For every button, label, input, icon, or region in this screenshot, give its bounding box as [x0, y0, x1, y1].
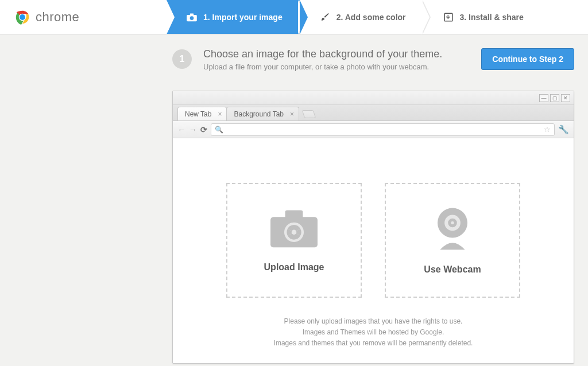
tab-close-icon[interactable]: ×: [290, 111, 294, 118]
tab-new-tab[interactable]: New Tab ×: [177, 107, 227, 120]
brand: chrome: [0, 0, 167, 34]
instruction-subtitle: Upload a file from your computer, or tak…: [203, 63, 470, 71]
camera-icon: [186, 13, 198, 22]
new-tab-button[interactable]: [302, 110, 316, 118]
note-line: Images and themes that you remove will b…: [196, 338, 551, 349]
step-install-share[interactable]: 3. Install & share: [423, 0, 541, 34]
note-line: Please only upload images that you have …: [196, 316, 551, 327]
upload-notes: Please only upload images that you have …: [196, 316, 551, 349]
step-label: 1. Import your image: [203, 13, 283, 22]
forward-icon[interactable]: →: [189, 125, 197, 134]
svg-rect-4: [190, 13, 194, 15]
webcam-icon: [432, 206, 473, 251]
window-minimize-icon[interactable]: —: [539, 94, 548, 102]
step-label: 2. Add some color: [336, 13, 406, 22]
instruction-title: Choose an image for the background of yo…: [203, 48, 470, 60]
install-icon: [443, 12, 454, 22]
instruction-text: Choose an image for the background of yo…: [203, 48, 470, 71]
note-line: Images and Themes will be hosted by Goog…: [196, 327, 551, 338]
dropzone-row: Upload Image Use Webcam: [196, 183, 551, 298]
step-number-badge: 1: [172, 49, 192, 69]
svg-rect-8: [285, 210, 303, 219]
header: chrome 1. Import your image 2. Add some …: [0, 0, 588, 34]
svg-point-14: [451, 221, 454, 224]
svg-point-10: [292, 230, 297, 235]
instruction-row: 1 Choose an image for the background of …: [0, 34, 588, 71]
camera-upload-icon: [269, 208, 319, 248]
reload-icon[interactable]: ⟳: [200, 125, 207, 134]
step-label: 3. Install & share: [460, 13, 524, 22]
tab-label: New Tab: [185, 110, 211, 118]
back-icon[interactable]: ←: [177, 125, 185, 134]
continue-button[interactable]: Continue to Step 2: [481, 48, 574, 70]
window-titlebar: — ▢ ✕: [173, 91, 574, 105]
tab-close-icon[interactable]: ×: [218, 111, 222, 118]
upload-image-dropzone[interactable]: Upload Image: [226, 183, 362, 298]
wrench-menu-icon[interactable]: 🔧: [558, 124, 569, 135]
window-maximize-icon[interactable]: ▢: [550, 94, 559, 102]
upload-image-label: Upload Image: [264, 262, 324, 272]
use-webcam-label: Use Webcam: [424, 264, 481, 275]
window-close-icon[interactable]: ✕: [561, 94, 570, 102]
steps-nav: 1. Import your image 2. Add some color 3…: [167, 0, 588, 34]
step-import-image[interactable]: 1. Import your image: [167, 0, 300, 34]
bookmark-star-icon[interactable]: ☆: [544, 125, 551, 134]
svg-point-5: [190, 16, 194, 20]
brush-icon: [319, 12, 331, 22]
preview-content: Upload Image Use Webcam Please only uplo…: [173, 138, 574, 363]
tab-label: Background Tab: [234, 110, 284, 118]
search-icon: 🔍: [215, 126, 223, 134]
tab-background-tab[interactable]: Background Tab ×: [226, 107, 299, 120]
tab-bar: New Tab × Background Tab ×: [173, 105, 574, 121]
step-add-color[interactable]: 2. Add some color: [300, 0, 423, 34]
chrome-logo-icon: [14, 9, 31, 26]
browser-toolbar: ← → ⟳ 🔍 ☆ 🔧: [173, 121, 574, 138]
use-webcam-dropzone[interactable]: Use Webcam: [385, 183, 520, 298]
brand-name: chrome: [36, 10, 79, 25]
address-bar[interactable]: 🔍 ☆: [211, 123, 555, 136]
browser-preview: — ▢ ✕ New Tab × Background Tab × ← → ⟳ 🔍…: [172, 91, 574, 364]
